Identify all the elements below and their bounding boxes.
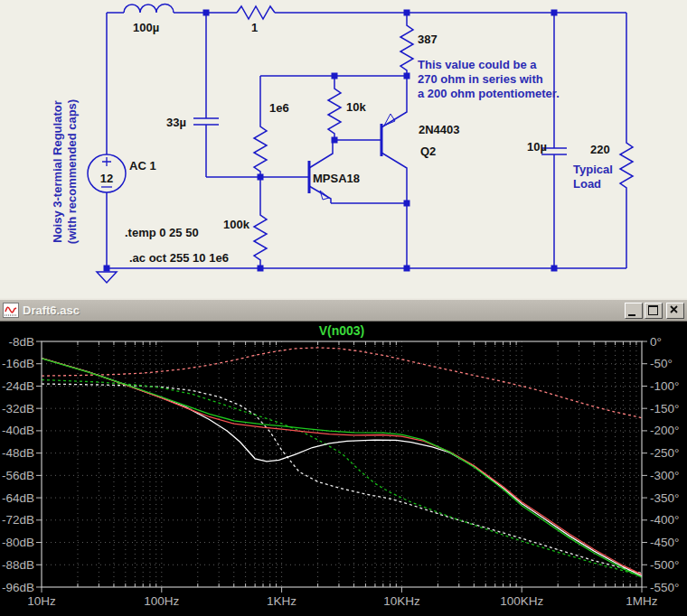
y-right-tick-label: -550° [650, 581, 679, 594]
capacitor-33u-symbol[interactable] [193, 13, 219, 177]
side-title-line2: (with recommended caps) [65, 99, 79, 244]
y-left-tick-label: -32dB [2, 402, 34, 415]
plot-title[interactable]: V(n003) [319, 323, 365, 338]
trace-phase-white [42, 384, 642, 574]
source-ac-label: AC 1 [129, 159, 156, 173]
r220-value-label: 220 [590, 143, 610, 156]
x-tick-label: 10Hz [27, 594, 56, 608]
maximize-icon [648, 305, 658, 315]
y-right-tick-label: -200° [650, 424, 679, 437]
transistor-2n4403-symbol[interactable] [381, 78, 407, 268]
y-left-tick-label: -8dB [8, 335, 34, 349]
close-button[interactable] [666, 303, 684, 319]
note-line1: This value could be a [418, 58, 537, 71]
y-right-tick-label: -500° [650, 558, 679, 572]
x-tick-label: 100KHz [500, 594, 543, 608]
inductor-symbol[interactable] [124, 5, 174, 14]
q2-name-label: Q2 [420, 145, 436, 158]
q1-model-label: MPSA18 [313, 172, 360, 185]
inductor-value-label: 100µ [133, 21, 159, 34]
y-right-tick-label: -250° [650, 446, 679, 460]
resistor-387-symbol[interactable] [400, 13, 413, 76]
y-left-tick-label: -24dB [2, 379, 34, 393]
y-left-tick-label: -72dB [2, 513, 34, 527]
plot-frame [42, 341, 642, 587]
y-right-tick-label: -300° [650, 469, 679, 482]
x-tick-label: 1KHz [267, 594, 296, 608]
minimize-icon [628, 314, 635, 316]
trace-gain-red [42, 359, 642, 574]
trace-gain-green [42, 359, 642, 577]
waveform-icon [3, 303, 19, 318]
resistor-10k-symbol[interactable] [328, 76, 341, 140]
y-left-tick-label: -64dB [2, 491, 34, 505]
side-title-line1: Noisy 3-termial Regulator [51, 100, 64, 243]
c10-value-label: 10µ [527, 140, 547, 154]
r10k-value-label: 10k [346, 100, 366, 114]
y-right-tick-label: -400° [650, 513, 679, 527]
schematic-canvas[interactable]: 100µ 1 387 33µ 1e6 10k 2N4403 Q2 MPSA18 … [0, 0, 687, 298]
maximize-button[interactable] [645, 303, 663, 319]
resistor-100k-symbol[interactable] [254, 177, 267, 268]
resistor-1-symbol[interactable] [237, 6, 275, 19]
close-icon [667, 303, 682, 316]
resistor-220-symbol[interactable] [620, 13, 633, 268]
series-resistor-value-label: 1 [251, 21, 258, 34]
c33-value-label: 33µ [166, 116, 186, 129]
y-right-tick-label: -150° [650, 402, 679, 415]
directive-ac[interactable]: .ac oct 255 10 1e6 [129, 251, 229, 265]
y-right-tick-label: 0° [650, 335, 662, 349]
y-left-tick-label: -48dB [2, 446, 34, 460]
y-right-tick-label: -50° [650, 357, 673, 370]
y-left-tick-label: -80dB [2, 536, 34, 549]
y-left-tick-label: -88dB [2, 558, 34, 572]
load-note-line2: Load [573, 177, 601, 191]
y-left-tick-label: -56dB [2, 469, 34, 482]
x-tick-label: 100Hz [144, 594, 179, 608]
q2-model-label: 2N4403 [419, 123, 460, 136]
source-value-label: 12 [100, 172, 113, 185]
r387-value-label: 387 [418, 33, 438, 46]
minimize-button[interactable] [625, 303, 643, 319]
r100k-value-label: 100k [223, 218, 250, 231]
x-tick-label: 10KHz [383, 594, 420, 608]
note-line2: 270 ohm in series with [418, 72, 543, 86]
trace-phase-red [42, 348, 642, 418]
directive-temp[interactable]: .temp 0 25 50 [125, 226, 199, 239]
y-left-tick-label: -40dB [2, 424, 34, 437]
x-tick-label: 1MHz [626, 594, 658, 608]
y-right-tick-label: -450° [650, 536, 679, 549]
window-titlebar[interactable]: Draft6.asc [0, 298, 687, 322]
resistor-1e6-symbol[interactable] [254, 76, 267, 177]
trace-phase-green [42, 380, 642, 577]
trace-gain-white [42, 359, 642, 576]
y-right-tick-label: -100° [650, 379, 679, 393]
y-right-tick-label: -350° [650, 491, 679, 505]
y-left-tick-label: -96dB [2, 581, 34, 594]
note-line3: a 200 ohm potentiometer. [418, 87, 560, 100]
ground-symbol [97, 272, 117, 283]
waveform-plot[interactable]: -8dB-16dB-24dB-32dB-40dB-48dB-56dB-64dB-… [0, 322, 687, 614]
waveform-window: Draft6.asc -8dB-16dB-24dB-32dB-40dB-48dB… [0, 298, 687, 616]
r1e6-value-label: 1e6 [269, 101, 289, 115]
load-note-line1: Typical [573, 163, 613, 176]
window-title: Draft6.asc [23, 303, 623, 317]
y-left-tick-label: -16dB [2, 357, 34, 370]
